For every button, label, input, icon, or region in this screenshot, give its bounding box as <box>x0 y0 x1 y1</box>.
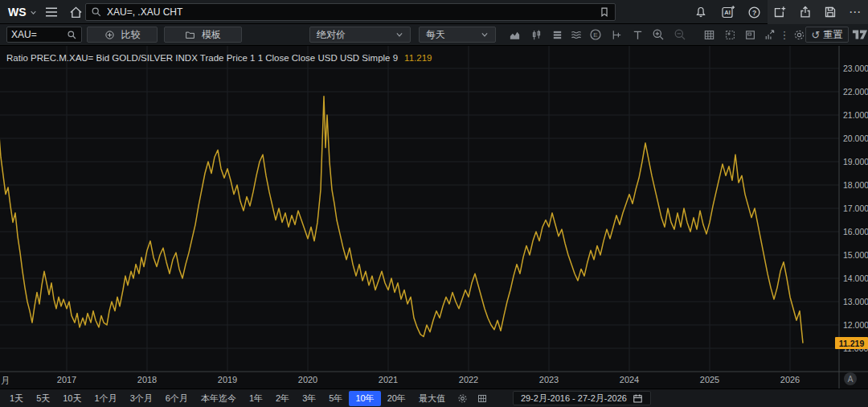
reset-button[interactable]: ↺ 重置 <box>805 27 849 43</box>
hamburger-icon <box>45 6 58 18</box>
compare-label: 比较 <box>121 28 141 42</box>
overflow-menu-button[interactable]: ⋯ <box>845 3 865 21</box>
range-button-1个月[interactable]: 1个月 <box>88 391 124 406</box>
chart-toolbar: 比较 模板 绝对价 每天 E <box>0 24 868 46</box>
range-settings-button[interactable] <box>455 391 471 405</box>
price-axis-label: 13.000 <box>843 297 868 306</box>
add-app-button[interactable] <box>770 3 789 21</box>
template-label: 模板 <box>202 28 221 42</box>
price-axis-label: 20.000 <box>843 134 868 143</box>
range-button-10年[interactable]: 10年 <box>349 391 380 406</box>
hamburger-menu-button[interactable] <box>42 3 61 21</box>
price-axis-label: 16.000 <box>843 227 868 236</box>
range-button-1年[interactable]: 1年 <box>243 391 269 406</box>
range-button-3年[interactable]: 3年 <box>296 391 322 406</box>
range-button-20年[interactable]: 20年 <box>381 391 412 406</box>
events-button[interactable]: E <box>587 27 604 43</box>
time-axis-label: 2024 <box>620 375 639 384</box>
date-range-picker[interactable]: 29-2月-2016 - 27-2月-2026 <box>513 391 651 405</box>
candle-chart-type-button[interactable] <box>527 27 545 43</box>
home-button[interactable] <box>66 3 85 21</box>
range-buttons: 1天5天10天1个月3个月6个月本年迄今1年2年3年5年10年20年最大值 <box>3 391 452 406</box>
range-button-3个月[interactable]: 3个月 <box>124 391 159 406</box>
tradingview-logo-icon <box>852 29 868 40</box>
interval-value: 每天 <box>426 28 445 42</box>
zoom-in-icon <box>652 28 665 41</box>
top-app-bar: WS AI ? ⋯ <box>0 0 868 24</box>
bookmark-icon[interactable] <box>599 6 610 18</box>
time-axis-label: 2026 <box>780 375 800 384</box>
area-chart-icon <box>508 29 522 41</box>
range-button-5天[interactable]: 5天 <box>30 391 56 406</box>
symbol-search-input[interactable] <box>11 29 63 40</box>
ellipsis-icon: ⋯ <box>849 5 862 19</box>
global-search-input[interactable] <box>107 6 594 18</box>
ws-logo-text: WS <box>8 6 27 18</box>
waves-overlay-button[interactable] <box>567 27 585 43</box>
symbol-search[interactable] <box>6 27 82 43</box>
ai-assistant-button[interactable]: AI <box>719 3 738 21</box>
zoom-out-icon <box>674 28 686 41</box>
help-button[interactable]: ? <box>744 3 764 21</box>
price-axis-label: 23.000 <box>843 64 868 73</box>
window-icon <box>744 29 756 41</box>
axis-tool-button[interactable] <box>608 27 625 43</box>
auto-scale-button[interactable]: A <box>844 372 857 385</box>
price-axis-label: 19.000 <box>843 157 868 166</box>
workspace-app: WS AI ? ⋯ <box>0 0 868 407</box>
panel-view-button[interactable] <box>474 391 490 405</box>
save-button[interactable] <box>821 3 840 21</box>
ai-icon: AI <box>721 5 735 19</box>
panel-grid-icon <box>477 393 488 404</box>
range-button-本年迄今[interactable]: 本年迄今 <box>194 391 243 406</box>
add-pane-icon <box>724 29 736 41</box>
svg-text:E: E <box>593 31 597 39</box>
range-button-6个月[interactable]: 6个月 <box>159 391 194 406</box>
search-icon <box>91 6 102 18</box>
search-icon <box>67 30 77 40</box>
layers-button[interactable] <box>548 27 566 43</box>
time-axis-label: 2021 <box>379 375 398 384</box>
price-chart-canvas[interactable] <box>0 46 868 388</box>
zoom-in-button[interactable] <box>649 27 667 43</box>
bell-icon <box>694 6 707 18</box>
home-icon <box>69 6 83 19</box>
share-button[interactable] <box>796 3 815 21</box>
interval-dropdown[interactable]: 每天 <box>419 27 496 43</box>
time-axis-label: 2019 <box>218 375 237 384</box>
chevron-down-icon <box>481 31 489 39</box>
folder-icon <box>185 30 195 40</box>
compare-button[interactable]: 比较 <box>87 27 158 43</box>
time-axis-label: 2023 <box>539 375 559 384</box>
time-axis-label: 2017 <box>57 375 76 384</box>
kebab-icon: ⋮ <box>780 29 790 41</box>
chart-pane[interactable]: Ratio PREC.M.XAU= Bid GOLD/SILVER INDX T… <box>0 46 868 388</box>
add-pane-button[interactable] <box>721 27 739 43</box>
last-price-badge: 11.219 <box>835 337 868 349</box>
price-axis-label: 12.000 <box>843 320 868 330</box>
snapshot-button[interactable] <box>741 27 759 43</box>
price-mode-dropdown[interactable]: 绝对价 <box>309 27 411 43</box>
template-button[interactable]: 模板 <box>164 27 242 43</box>
calendar-icon <box>633 393 643 404</box>
range-button-最大值[interactable]: 最大值 <box>412 391 452 406</box>
price-mode-value: 绝对价 <box>317 28 346 42</box>
layout-grid-button[interactable] <box>700 27 718 43</box>
legend-text: Ratio PREC.M.XAU= Bid GOLD/SILVER INDX T… <box>6 53 398 63</box>
chart-legend: Ratio PREC.M.XAU= Bid GOLD/SILVER INDX T… <box>6 53 432 63</box>
add-window-icon <box>773 6 786 18</box>
range-button-2年[interactable]: 2年 <box>269 391 296 406</box>
ws-logo-menu[interactable]: WS <box>8 0 37 24</box>
range-button-10天[interactable]: 10天 <box>56 391 88 406</box>
zoom-out-button[interactable] <box>671 27 689 43</box>
price-axis-label: 18.000 <box>843 180 868 190</box>
global-search[interactable] <box>85 3 616 21</box>
range-button-5年[interactable]: 5年 <box>322 391 349 406</box>
notifications-button[interactable] <box>691 3 710 21</box>
text-tool-button[interactable] <box>628 27 646 43</box>
price-axis-label: 14.000 <box>843 273 868 283</box>
waves-icon <box>570 29 583 41</box>
chevron-down-icon <box>395 31 403 39</box>
area-chart-type-button[interactable] <box>506 27 523 43</box>
range-button-1天[interactable]: 1天 <box>3 391 30 406</box>
